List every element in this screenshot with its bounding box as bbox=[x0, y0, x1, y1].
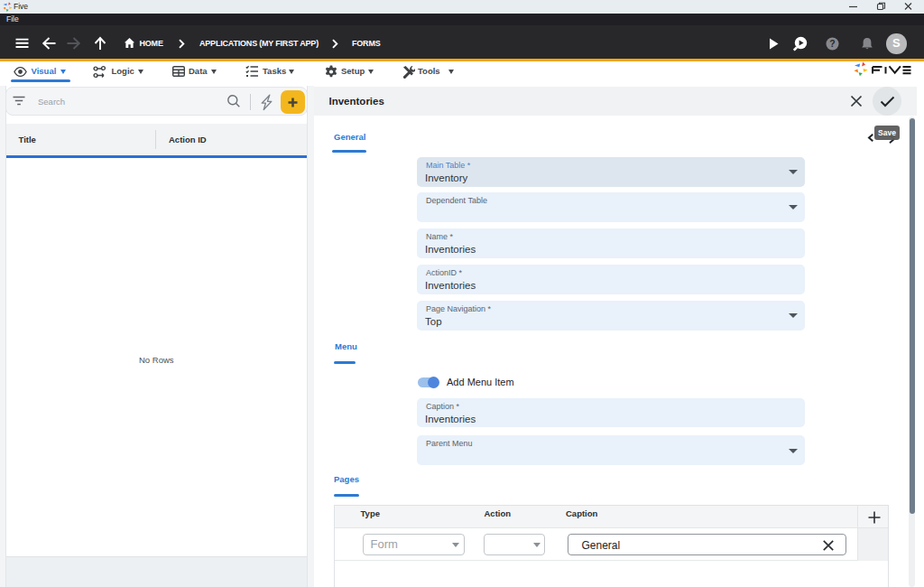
svg-text:?: ? bbox=[829, 38, 835, 49]
